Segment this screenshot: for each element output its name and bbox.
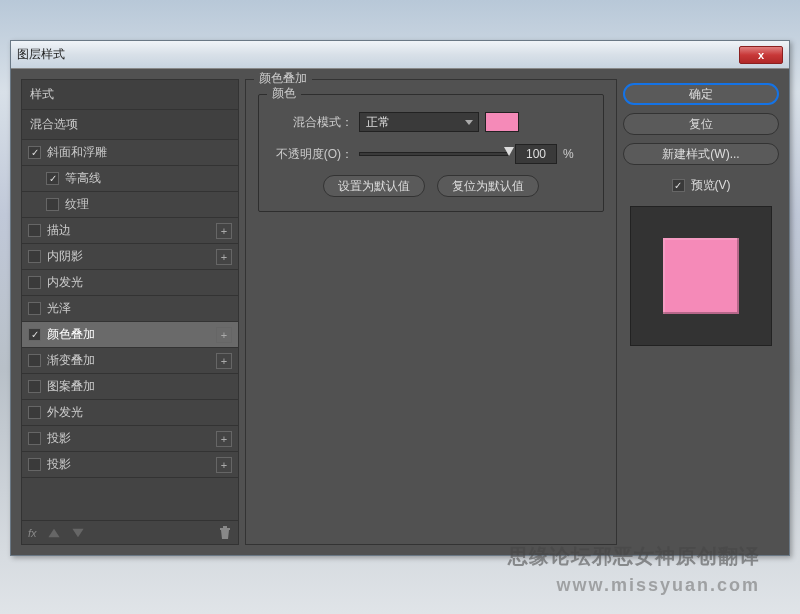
style-label: 等高线 bbox=[65, 170, 101, 187]
style-checkbox[interactable] bbox=[28, 302, 41, 315]
style-list-panel: 样式 混合选项 斜面和浮雕等高线纹理描边+内阴影+内发光光泽颜色叠加+渐变叠加+… bbox=[21, 79, 239, 545]
dialog-title: 图层样式 bbox=[17, 46, 65, 63]
style-row[interactable]: 图案叠加 bbox=[22, 374, 238, 400]
style-row[interactable]: 斜面和浮雕 bbox=[22, 140, 238, 166]
style-row[interactable]: 外发光 bbox=[22, 400, 238, 426]
arrow-up-icon[interactable] bbox=[47, 526, 61, 540]
add-instance-icon[interactable]: + bbox=[216, 223, 232, 239]
style-checkbox[interactable] bbox=[28, 380, 41, 393]
style-list-header[interactable]: 样式 bbox=[22, 80, 238, 110]
title-bar: 图层样式 x bbox=[11, 41, 789, 69]
preview-checkbox[interactable] bbox=[672, 179, 685, 192]
style-list: 样式 混合选项 斜面和浮雕等高线纹理描边+内阴影+内发光光泽颜色叠加+渐变叠加+… bbox=[22, 80, 238, 520]
add-instance-icon[interactable]: + bbox=[216, 431, 232, 447]
style-row[interactable]: 光泽 bbox=[22, 296, 238, 322]
preview-label: 预览(V) bbox=[691, 177, 731, 194]
style-label: 投影 bbox=[47, 430, 71, 447]
style-row[interactable]: 颜色叠加+ bbox=[22, 322, 238, 348]
style-row[interactable]: 内阴影+ bbox=[22, 244, 238, 270]
add-instance-icon[interactable]: + bbox=[216, 327, 232, 343]
style-checkbox[interactable] bbox=[28, 276, 41, 289]
style-checkbox[interactable] bbox=[28, 224, 41, 237]
color-swatch[interactable] bbox=[485, 112, 519, 132]
watermark-text-1: 思缘论坛邪恶女神原创翻译 bbox=[508, 543, 760, 570]
settings-panel: 颜色叠加 颜色 混合模式： 正常 不透明度(O)： % 设置为默认值 复位为默认… bbox=[245, 79, 617, 545]
style-checkbox[interactable] bbox=[28, 146, 41, 159]
preview-checkbox-row[interactable]: 预览(V) bbox=[623, 177, 779, 194]
style-checkbox[interactable] bbox=[46, 172, 59, 185]
set-default-button[interactable]: 设置为默认值 bbox=[323, 175, 425, 197]
style-label: 渐变叠加 bbox=[47, 352, 95, 369]
style-checkbox[interactable] bbox=[28, 328, 41, 341]
style-row[interactable]: 等高线 bbox=[22, 166, 238, 192]
style-label: 内阴影 bbox=[47, 248, 83, 265]
add-instance-icon[interactable]: + bbox=[216, 249, 232, 265]
preview-box bbox=[630, 206, 772, 346]
add-instance-icon[interactable]: + bbox=[216, 353, 232, 369]
close-button[interactable]: x bbox=[739, 46, 783, 64]
ok-button[interactable]: 确定 bbox=[623, 83, 779, 105]
color-group: 颜色 混合模式： 正常 不透明度(O)： % 设置为默认值 复位为默认值 bbox=[258, 94, 604, 212]
slider-thumb[interactable] bbox=[504, 147, 514, 156]
blend-mode-row: 混合模式： 正常 bbox=[269, 109, 593, 135]
style-checkbox[interactable] bbox=[28, 250, 41, 263]
style-label: 描边 bbox=[47, 222, 71, 239]
style-row[interactable]: 内发光 bbox=[22, 270, 238, 296]
blend-mode-select[interactable]: 正常 bbox=[359, 112, 479, 132]
style-label: 外发光 bbox=[47, 404, 83, 421]
style-checkbox[interactable] bbox=[46, 198, 59, 211]
style-checkbox[interactable] bbox=[28, 354, 41, 367]
style-row[interactable]: 纹理 bbox=[22, 192, 238, 218]
style-checkbox[interactable] bbox=[28, 458, 41, 471]
preview-swatch bbox=[663, 238, 739, 314]
style-row[interactable]: 渐变叠加+ bbox=[22, 348, 238, 374]
trash-icon[interactable] bbox=[218, 526, 232, 540]
blend-mode-value: 正常 bbox=[366, 114, 390, 131]
opacity-row: 不透明度(O)： % bbox=[269, 141, 593, 167]
style-row[interactable]: 描边+ bbox=[22, 218, 238, 244]
fx-menu-icon[interactable]: fx bbox=[28, 527, 37, 539]
style-row[interactable]: 投影+ bbox=[22, 452, 238, 478]
fx-toolbar: fx bbox=[22, 520, 238, 544]
opacity-label: 不透明度(O)： bbox=[269, 146, 353, 163]
opacity-slider[interactable] bbox=[359, 152, 509, 156]
add-instance-icon[interactable]: + bbox=[216, 457, 232, 473]
style-label: 斜面和浮雕 bbox=[47, 144, 107, 161]
blend-mode-label: 混合模式： bbox=[269, 114, 353, 131]
dialog-body: 样式 混合选项 斜面和浮雕等高线纹理描边+内阴影+内发光光泽颜色叠加+渐变叠加+… bbox=[11, 69, 789, 555]
layer-style-dialog: 图层样式 x 样式 混合选项 斜面和浮雕等高线纹理描边+内阴影+内发光光泽颜色叠… bbox=[10, 40, 790, 556]
style-label: 投影 bbox=[47, 456, 71, 473]
reset-default-button[interactable]: 复位为默认值 bbox=[437, 175, 539, 197]
style-label: 纹理 bbox=[65, 196, 89, 213]
style-label: 光泽 bbox=[47, 300, 71, 317]
style-checkbox[interactable] bbox=[28, 432, 41, 445]
cancel-button[interactable]: 复位 bbox=[623, 113, 779, 135]
right-panel: 确定 复位 新建样式(W)... 预览(V) bbox=[623, 79, 779, 545]
opacity-input[interactable] bbox=[515, 144, 557, 164]
default-buttons-row: 设置为默认值 复位为默认值 bbox=[269, 175, 593, 197]
close-icon: x bbox=[758, 49, 764, 61]
blend-options-header[interactable]: 混合选项 bbox=[22, 110, 238, 140]
new-style-button[interactable]: 新建样式(W)... bbox=[623, 143, 779, 165]
style-checkbox[interactable] bbox=[28, 406, 41, 419]
watermark-text-2: www.missyuan.com bbox=[557, 575, 760, 596]
style-label: 图案叠加 bbox=[47, 378, 95, 395]
opacity-unit: % bbox=[563, 147, 574, 161]
style-label: 内发光 bbox=[47, 274, 83, 291]
group-label: 颜色 bbox=[267, 85, 301, 102]
arrow-down-icon[interactable] bbox=[71, 526, 85, 540]
style-row[interactable]: 投影+ bbox=[22, 426, 238, 452]
style-label: 颜色叠加 bbox=[47, 326, 95, 343]
